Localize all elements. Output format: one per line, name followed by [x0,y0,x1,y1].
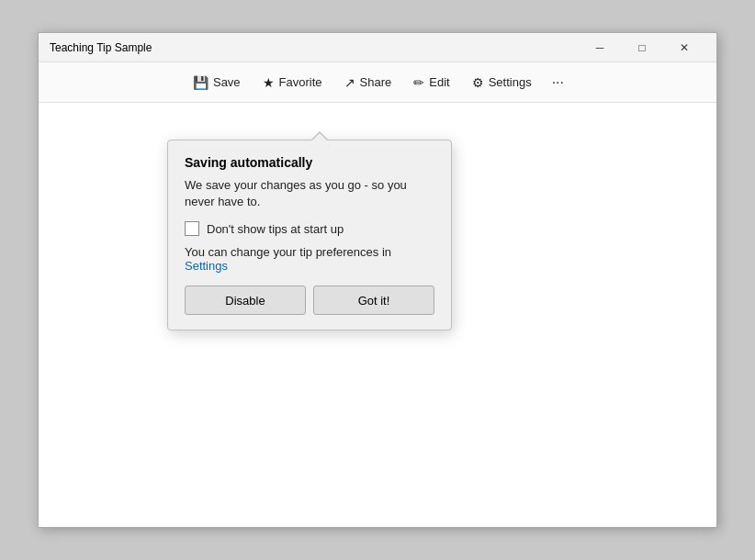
tip-checkbox-row: Don't show tips at start up [185,221,434,236]
tip-action-buttons: Disable Got it! [185,286,434,315]
window-controls: ─ □ ✕ [579,33,705,62]
tip-title: Saving automatically [185,155,434,170]
dont-show-checkbox[interactable] [185,221,199,236]
edit-button[interactable]: ✏ Edit [404,71,458,95]
toolbar: 💾 Save ★ Favorite ↗ Share ✏ Edit ⚙ Setti… [39,62,716,103]
minimize-button[interactable]: ─ [579,33,621,62]
favorite-button[interactable]: ★ Favorite [254,71,332,95]
tip-settings-row: You can change your tip preferences in S… [185,245,434,273]
teaching-tip: Saving automatically We save your change… [167,140,452,330]
share-icon: ↗ [344,75,355,90]
close-button[interactable]: ✕ [663,33,705,62]
app-window: Teaching Tip Sample ─ □ ✕ 💾 Save ★ Favor… [38,32,717,528]
edit-label: Edit [429,75,449,89]
save-icon: 💾 [193,75,208,90]
gear-icon: ⚙ [472,75,484,90]
tip-settings-prefix: You can change your tip preferences in [185,245,391,259]
save-label: Save [213,75,241,89]
window-title: Teaching Tip Sample [50,41,579,54]
save-button[interactable]: 💾 Save [184,71,250,95]
maximize-button[interactable]: □ [621,33,663,62]
favorite-label: Favorite [279,75,322,89]
edit-icon: ✏ [413,75,424,90]
settings-button[interactable]: ⚙ Settings [463,71,541,95]
disable-button[interactable]: Disable [185,286,306,315]
star-icon: ★ [263,75,275,90]
settings-label: Settings [489,75,532,89]
tip-body: We save your changes as you go - so you … [185,177,434,210]
settings-link[interactable]: Settings [185,259,228,273]
dont-show-label: Don't show tips at start up [207,222,344,236]
main-content: Saving automatically We save your change… [39,103,716,527]
more-button[interactable]: ··· [545,70,571,95]
gotit-button[interactable]: Got it! [313,286,434,315]
share-label: Share [360,75,392,89]
share-button[interactable]: ↗ Share [335,71,401,95]
title-bar: Teaching Tip Sample ─ □ ✕ [39,33,716,62]
